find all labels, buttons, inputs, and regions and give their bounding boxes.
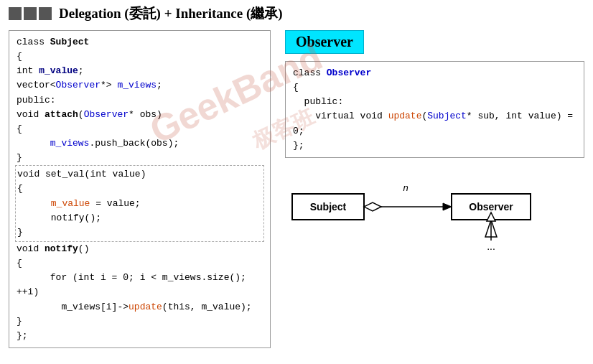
svg-text:Subject: Subject <box>310 201 347 213</box>
code-line-4: vector<Observer*> m_views; <box>17 78 263 93</box>
code-line-1: class Subject <box>17 35 263 50</box>
right-code-box: class Observer { public: virtual void up… <box>285 61 584 158</box>
code-line-18: m_views[i]->update(this, m_value); <box>17 300 263 314</box>
uml-diagram-area: Subject n Observer <box>285 172 584 258</box>
svg-text:Observer: Observer <box>469 201 513 213</box>
header-icons <box>9 7 52 20</box>
right-side: Observer class Observer { public: virtua… <box>285 30 584 348</box>
page-title: Delegation (委託) + Inheritance (繼承) <box>59 4 283 23</box>
left-code-box: class Subject { int m_value; vector<Obse… <box>9 30 271 348</box>
rcode-line-4: virtual void update(Subject* sub, int va… <box>293 109 576 138</box>
code-line-12: m_value = value; <box>17 197 262 211</box>
code-line-19: } <box>17 314 263 329</box>
main-content: class Subject { int m_value; vector<Obse… <box>0 27 593 351</box>
code-line-11: { <box>17 182 262 196</box>
icon-sq-1 <box>9 7 22 20</box>
rcode-line-1: class Observer <box>293 66 576 80</box>
icon-sq-3 <box>39 7 52 20</box>
dashed-section: void set_val(int value) { m_value = valu… <box>15 165 264 242</box>
rcode-line-3: public: <box>293 95 576 109</box>
icon-sq-2 <box>24 7 37 20</box>
code-line-8: m_views.push_back(obs); <box>17 136 263 151</box>
code-line-2: { <box>17 50 263 64</box>
header: Delegation (委託) + Inheritance (繼承) <box>0 0 593 27</box>
code-line-5: public: <box>17 93 263 108</box>
code-line-10: void set_val(int value) <box>17 167 262 182</box>
code-line-7: { <box>17 122 263 136</box>
code-line-17: for (int i = 0; i < m_views.size(); ++i) <box>17 271 263 299</box>
uml-svg: Subject n Observer <box>285 172 543 251</box>
code-line-9: } <box>17 151 263 165</box>
code-line-3: int m_value; <box>17 64 263 78</box>
observer-label: Observer <box>285 30 364 54</box>
rcode-line-5: }; <box>293 139 576 153</box>
svg-text:n: n <box>403 182 408 193</box>
svg-text:...: ... <box>487 241 495 251</box>
code-line-20: }; <box>17 329 263 343</box>
svg-marker-5 <box>443 203 452 210</box>
code-line-6: void attach(Observer* obs) <box>17 108 263 122</box>
code-line-13: notify(); <box>17 211 262 225</box>
svg-marker-3 <box>364 202 381 211</box>
observer-label-box: Observer <box>285 30 584 54</box>
code-line-15: void notify() <box>17 242 263 256</box>
rcode-line-2: { <box>293 80 576 95</box>
code-line-16: { <box>17 256 263 271</box>
code-line-14: } <box>17 225 262 240</box>
